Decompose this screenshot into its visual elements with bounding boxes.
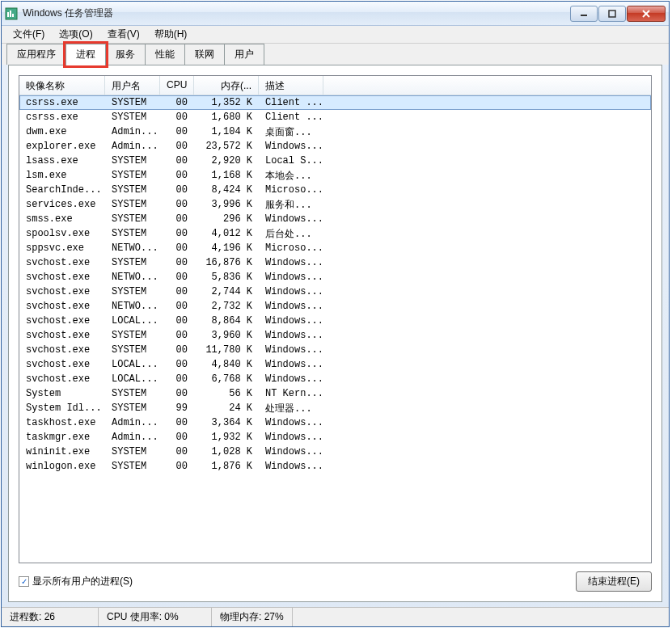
table-row[interactable]: taskhost.exeAdmin...003,364 KWindows...	[19, 415, 651, 430]
cell-memory: 4,012 K	[194, 227, 259, 240]
cell-user: SYSTEM	[105, 154, 160, 167]
svg-rect-5	[609, 11, 615, 17]
cell-user: SYSTEM	[105, 445, 160, 458]
cell-image: svchost.exe	[19, 285, 105, 298]
cell-image: System	[19, 387, 105, 400]
table-row[interactable]: csrss.exeSYSTEM001,680 KClient ...	[19, 110, 651, 124]
close-button[interactable]	[627, 6, 666, 22]
processes-table: 映像名称 用户名 CPU 内存(... 描述 csrss.exeSYSTEM00…	[19, 75, 652, 563]
minimize-button[interactable]	[570, 6, 598, 22]
cell-image: csrss.exe	[19, 96, 105, 109]
show-all-users-row[interactable]: 显示所有用户的进程(S)	[19, 575, 133, 588]
cell-user: SYSTEM	[105, 402, 160, 415]
cell-cpu: 00	[160, 242, 194, 255]
cell-memory: 3,996 K	[194, 198, 259, 211]
end-process-button[interactable]: 结束进程(E)	[576, 571, 652, 592]
table-header: 映像名称 用户名 CPU 内存(... 描述	[19, 76, 651, 95]
cell-user: SYSTEM	[105, 344, 160, 356]
maximize-button[interactable]	[598, 6, 626, 22]
table-row[interactable]: svchost.exeSYSTEM003,960 KWindows...	[19, 328, 651, 343]
cell-memory: 2,744 K	[194, 285, 259, 298]
menu-view[interactable]: 查看(V)	[101, 26, 146, 43]
cell-image: lsass.exe	[19, 154, 105, 167]
table-row[interactable]: System Idl...SYSTEM9924 K处理器...	[19, 401, 651, 415]
table-row[interactable]: spoolsv.exeSYSTEM004,012 K后台处...	[19, 226, 651, 241]
cell-memory: 3,364 K	[194, 416, 259, 429]
cell-cpu: 00	[160, 256, 194, 269]
cell-cpu: 00	[160, 154, 194, 167]
col-header-user[interactable]: 用户名	[105, 76, 160, 95]
table-row[interactable]: csrss.exeSYSTEM001,352 KClient ...	[19, 95, 651, 110]
cell-user: SYSTEM	[105, 387, 160, 400]
table-row[interactable]: SystemSYSTEM0056 KNT Kern...	[19, 386, 651, 401]
table-row[interactable]: winlogon.exeSYSTEM001,876 KWindows...	[19, 459, 651, 474]
menu-options[interactable]: 选项(O)	[53, 26, 99, 43]
cell-user: Admin...	[105, 431, 160, 444]
cell-description: Windows...	[259, 329, 323, 342]
table-row[interactable]: explorer.exeAdmin...0023,572 KWindows...	[19, 139, 651, 154]
cell-cpu: 00	[160, 227, 194, 240]
table-row[interactable]: smss.exeSYSTEM00296 KWindows...	[19, 212, 651, 226]
tab-applications[interactable]: 应用程序	[6, 44, 66, 65]
col-header-memory[interactable]: 内存(...	[194, 76, 259, 95]
table-row[interactable]: svchost.exeSYSTEM0011,780 KWindows...	[19, 343, 651, 357]
cell-user: SYSTEM	[105, 227, 160, 240]
tab-processes[interactable]: 进程	[66, 44, 106, 65]
table-body[interactable]: csrss.exeSYSTEM001,352 KClient ...csrss.…	[19, 95, 651, 563]
cell-description: 桌面窗...	[259, 124, 323, 140]
svg-rect-1	[7, 12, 9, 17]
menu-file[interactable]: 文件(F)	[6, 26, 51, 43]
table-row[interactable]: svchost.exeNETWO...005,836 KWindows...	[19, 270, 651, 284]
cell-cpu: 00	[160, 314, 194, 327]
menu-help[interactable]: 帮助(H)	[148, 26, 194, 43]
cell-cpu: 00	[160, 140, 194, 153]
cell-description: Windows...	[259, 358, 323, 371]
cell-cpu: 00	[160, 198, 194, 211]
cell-user: SYSTEM	[105, 198, 160, 211]
cell-image: taskhost.exe	[19, 416, 105, 429]
cell-user: LOCAL...	[105, 358, 160, 371]
tab-performance[interactable]: 性能	[145, 44, 185, 65]
tab-networking[interactable]: 联网	[184, 44, 225, 65]
cell-image: svchost.exe	[19, 329, 105, 342]
table-row[interactable]: svchost.exeLOCAL...008,864 KWindows...	[19, 314, 651, 328]
col-header-image[interactable]: 映像名称	[19, 76, 105, 95]
table-row[interactable]: svchost.exeSYSTEM0016,876 KWindows...	[19, 255, 651, 270]
cell-memory: 6,768 K	[194, 373, 259, 386]
cell-description: Windows...	[259, 344, 323, 356]
table-row[interactable]: svchost.exeLOCAL...004,840 KWindows...	[19, 357, 651, 372]
cell-image: System Idl...	[19, 402, 105, 415]
cell-description: Windows...	[259, 373, 323, 386]
table-row[interactable]: services.exeSYSTEM003,996 K服务和...	[19, 197, 651, 212]
table-row[interactable]: svchost.exeLOCAL...006,768 KWindows...	[19, 372, 651, 386]
table-row[interactable]: dwm.exeAdmin...001,104 K桌面窗...	[19, 124, 651, 139]
show-all-users-checkbox[interactable]	[19, 576, 29, 587]
table-row[interactable]: taskmgr.exeAdmin...001,932 KWindows...	[19, 430, 651, 445]
table-row[interactable]: SearchInde...SYSTEM008,424 KMicroso...	[19, 183, 651, 197]
tab-users[interactable]: 用户	[224, 44, 264, 65]
cell-cpu: 00	[160, 373, 194, 386]
processes-panel: 映像名称 用户名 CPU 内存(... 描述 csrss.exeSYSTEM00…	[8, 65, 662, 602]
cell-memory: 16,876 K	[194, 256, 259, 269]
cell-description: Windows...	[259, 460, 323, 473]
table-row[interactable]: lsm.exeSYSTEM001,168 K本地会...	[19, 168, 651, 183]
table-row[interactable]: sppsvc.exeNETWO...004,196 KMicroso...	[19, 241, 651, 255]
cell-cpu: 00	[160, 416, 194, 429]
col-header-cpu[interactable]: CPU	[160, 76, 194, 95]
cell-memory: 11,780 K	[194, 344, 259, 356]
cell-description: Windows...	[259, 416, 323, 429]
titlebar[interactable]: Windows 任务管理器	[2, 2, 669, 26]
table-row[interactable]: wininit.exeSYSTEM001,028 KWindows...	[19, 445, 651, 459]
table-row[interactable]: svchost.exeSYSTEM002,744 KWindows...	[19, 284, 651, 299]
cell-description: Windows...	[259, 271, 323, 284]
cell-description: Microso...	[259, 183, 323, 196]
tab-services[interactable]: 服务	[105, 44, 146, 65]
cell-user: SYSTEM	[105, 169, 160, 182]
cell-cpu: 00	[160, 125, 194, 138]
col-header-description[interactable]: 描述	[259, 76, 323, 95]
cell-image: sppsvc.exe	[19, 242, 105, 255]
table-row[interactable]: svchost.exeNETWO...002,732 KWindows...	[19, 299, 651, 314]
cell-cpu: 00	[160, 213, 194, 225]
table-row[interactable]: lsass.exeSYSTEM002,920 KLocal S...	[19, 154, 651, 168]
cell-user: SYSTEM	[105, 460, 160, 473]
